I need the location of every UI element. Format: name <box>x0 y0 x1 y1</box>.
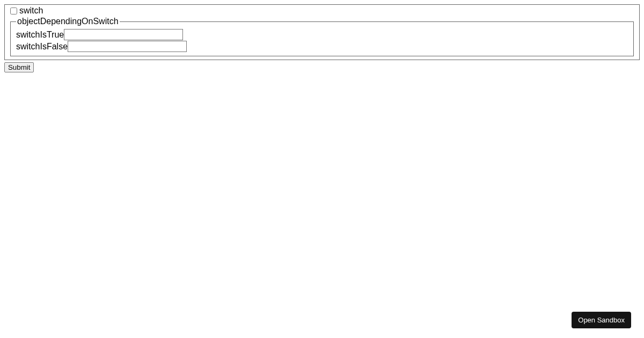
submit-button[interactable]: Submit <box>4 62 34 72</box>
switch-field-row: switch <box>10 6 634 16</box>
group-legend: objectDependingOnSwitch <box>16 17 120 26</box>
form-outer-group: switch objectDependingOnSwitch switchIsT… <box>4 4 640 60</box>
switch-is-false-input[interactable] <box>68 41 187 52</box>
object-depending-on-switch-group: objectDependingOnSwitch switchIsTrue swi… <box>10 17 634 56</box>
open-sandbox-button[interactable]: Open Sandbox <box>572 312 631 328</box>
switch-is-true-label: switchIsTrue <box>16 30 64 40</box>
form: switch objectDependingOnSwitch switchIsT… <box>4 4 640 72</box>
switch-is-true-input[interactable] <box>64 29 183 40</box>
field-row-switch-is-true: switchIsTrue <box>16 29 628 40</box>
switch-checkbox[interactable] <box>10 8 17 14</box>
switch-is-false-label: switchIsFalse <box>16 42 68 52</box>
switch-label: switch <box>19 6 43 16</box>
field-row-switch-is-false: switchIsFalse <box>16 41 628 52</box>
